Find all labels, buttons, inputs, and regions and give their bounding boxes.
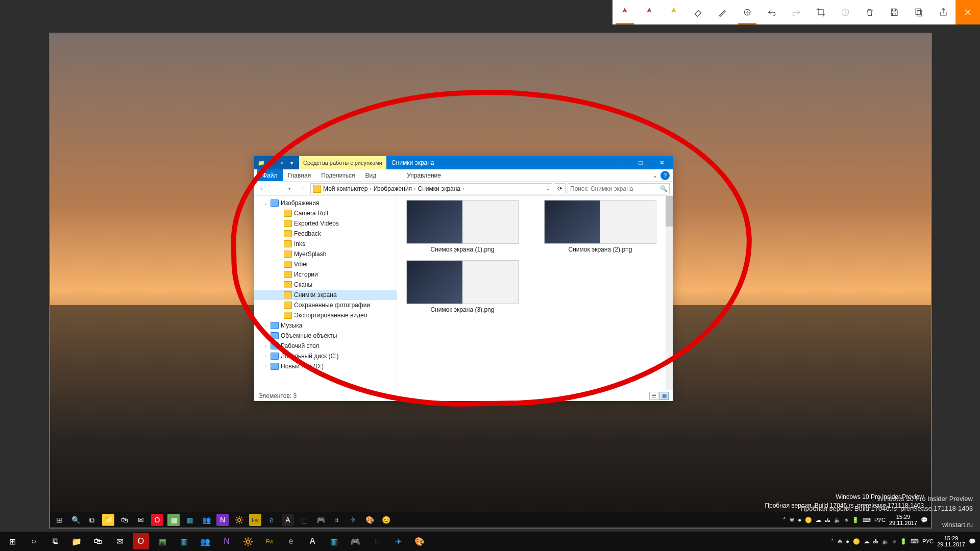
ribbon-expand-icon[interactable]: ⌄ bbox=[652, 172, 657, 179]
tree-item[interactable]: Camera Roll bbox=[254, 208, 397, 218]
tray-icon[interactable]: ⎆ bbox=[893, 538, 896, 544]
network-icon[interactable]: 🖧 bbox=[873, 538, 878, 544]
battery-icon[interactable]: 🔋 bbox=[852, 517, 859, 523]
delete-icon[interactable] bbox=[857, 0, 882, 24]
taskview-icon[interactable]: ⧉ bbox=[47, 533, 63, 549]
app-icon[interactable]: A bbox=[304, 533, 321, 549]
telegram-icon[interactable]: ✈ bbox=[347, 514, 359, 526]
inner-taskbar[interactable]: ⊞ 🔍 ⧉ 📁 🛍 ✉ O ▦ ▥ 👥 N 🔆 Fw e A ▥ 🎮 ⌗ ✈ 🎨… bbox=[50, 512, 931, 528]
crop-icon[interactable] bbox=[808, 0, 833, 24]
undo-icon[interactable] bbox=[760, 0, 784, 24]
quick-access-toolbar[interactable]: 📁 ▫ ▫ ▾ bbox=[254, 156, 299, 169]
app-icon[interactable]: ▥ bbox=[326, 533, 342, 549]
tree-item[interactable]: Сохраненные фотографии bbox=[254, 300, 397, 310]
qat-icon[interactable]: ▫ bbox=[267, 159, 276, 167]
network-icon[interactable]: 🖧 bbox=[825, 517, 830, 523]
app-icon[interactable]: ▥ bbox=[176, 533, 192, 549]
navigation-tree[interactable]: ⌄Изображения Camera RollExported VideosF… bbox=[254, 196, 397, 390]
tree-item[interactable]: Viber bbox=[254, 259, 397, 269]
tab-manage[interactable]: Управление bbox=[402, 169, 446, 181]
mail-icon[interactable]: ✉ bbox=[135, 514, 147, 526]
tree-item[interactable]: Inks bbox=[254, 239, 397, 249]
taskview-icon[interactable]: ⧉ bbox=[86, 514, 98, 526]
search-icon[interactable]: 🔍 bbox=[660, 185, 667, 192]
slack-icon[interactable]: ⌗ bbox=[331, 514, 343, 526]
file-list[interactable]: Снимок экрана (1).pngСнимок экрана (2).p… bbox=[397, 196, 673, 390]
address-dropdown-icon[interactable]: ⌄ bbox=[546, 186, 550, 191]
tray-icon[interactable]: ● bbox=[798, 517, 801, 523]
outer-taskbar[interactable]: ⊞ ○ ⧉ 📁 🛍 ✉ O ▦ ▥ 👥 N 🔆 Fw e A ▥ 🎮 ⌗ ✈ 🎨… bbox=[0, 532, 980, 551]
eraser-icon[interactable] bbox=[686, 0, 710, 24]
tree-item[interactable]: Снимки экрана bbox=[254, 290, 397, 300]
pen-icon[interactable] bbox=[710, 0, 735, 24]
clock[interactable]: 15:2929.11.2017 bbox=[889, 514, 917, 526]
tray-chevron-icon[interactable]: ˄ bbox=[831, 538, 834, 545]
scrollbar-thumb[interactable] bbox=[666, 196, 673, 227]
onedrive-icon[interactable]: ☁ bbox=[816, 517, 821, 523]
share-icon[interactable] bbox=[931, 0, 955, 24]
onenote-icon[interactable]: N bbox=[216, 514, 229, 526]
copy-icon[interactable] bbox=[906, 0, 931, 24]
maximize-button[interactable]: □ bbox=[630, 156, 651, 169]
keyboard-icon[interactable]: ⌨ bbox=[911, 538, 919, 545]
tree-item[interactable]: Сканы bbox=[254, 280, 397, 290]
tray-icon[interactable]: ❋ bbox=[790, 517, 794, 523]
minimize-button[interactable]: — bbox=[608, 156, 630, 169]
file-thumbnail[interactable]: Снимок экрана (2).png bbox=[539, 200, 662, 253]
tree-item[interactable]: Истории bbox=[254, 269, 397, 280]
tree-item[interactable]: Экспортированные видео bbox=[254, 310, 397, 320]
telegram-icon[interactable]: ✈ bbox=[390, 533, 406, 549]
tray-chevron-icon[interactable]: ˄ bbox=[783, 517, 786, 523]
tray-icon[interactable]: ⎆ bbox=[845, 517, 848, 523]
app-icon[interactable]: 🎨 bbox=[363, 514, 376, 526]
slack-icon[interactable]: ⌗ bbox=[369, 533, 385, 549]
people-icon[interactable]: 👥 bbox=[197, 533, 213, 549]
save-icon[interactable] bbox=[882, 0, 906, 24]
qat-dropdown-icon[interactable]: ▾ bbox=[288, 159, 296, 167]
search-input[interactable] bbox=[570, 185, 660, 192]
battery-icon[interactable]: 🔋 bbox=[900, 538, 907, 545]
volume-icon[interactable]: 🔈 bbox=[882, 538, 889, 545]
search-icon[interactable]: ○ bbox=[26, 533, 42, 549]
system-tray[interactable]: ˄ ❋ ● 🟡 ☁ 🖧 🔈 ⎆ 🔋 ⌨ РУС 15:2929.11.2017 … bbox=[783, 514, 928, 526]
tree-item[interactable]: Exported Videos bbox=[254, 218, 397, 229]
tree-item[interactable]: ›Локальный диск (C:) bbox=[254, 351, 397, 361]
breadcrumb-seg[interactable]: Снимки экрана bbox=[418, 185, 464, 192]
app-icon[interactable]: ▥ bbox=[298, 514, 310, 526]
onenote-icon[interactable]: N bbox=[218, 533, 235, 549]
address-bar[interactable]: Мой компьютер Изображения Снимки экрана … bbox=[310, 183, 552, 194]
tray-icon[interactable]: 🟡 bbox=[805, 517, 812, 523]
tree-item[interactable]: ›Рабочий стол bbox=[254, 341, 397, 351]
tree-item[interactable]: Feedback bbox=[254, 229, 397, 239]
outer-system-tray[interactable]: ˄ ❋ ● 🟡 ☁ 🖧 🔈 ⎆ 🔋 ⌨ РУС 15:2929.11.2017 … bbox=[831, 535, 976, 547]
explorer-titlebar[interactable]: 📁 ▫ ▫ ▾ Средства работы с рисунками Сним… bbox=[254, 156, 673, 169]
contextual-tab[interactable]: Средства работы с рисунками bbox=[299, 156, 386, 169]
app-icon[interactable]: 🎮 bbox=[314, 514, 327, 526]
app-icon[interactable]: 🎮 bbox=[347, 533, 363, 549]
explorer-taskbar-icon[interactable]: 📁 bbox=[102, 514, 114, 526]
keyboard-icon[interactable]: ⌨ bbox=[863, 517, 871, 523]
close-button[interactable] bbox=[955, 0, 980, 24]
breadcrumb-seg[interactable]: Изображения bbox=[374, 185, 416, 192]
tree-item[interactable]: ›Новый том (D:) bbox=[254, 361, 397, 371]
forward-button[interactable]: → bbox=[271, 183, 282, 194]
fireworks-icon[interactable]: Fw bbox=[261, 533, 278, 549]
edge-icon[interactable]: e bbox=[265, 514, 278, 526]
volume-icon[interactable]: 🔈 bbox=[834, 517, 841, 523]
back-button[interactable]: ← bbox=[257, 183, 268, 194]
store-icon[interactable]: 🛍 bbox=[118, 514, 131, 526]
tree-item[interactable]: ›Музыка bbox=[254, 320, 397, 331]
start-button[interactable]: ⊞ bbox=[53, 514, 65, 526]
tab-home[interactable]: Главная bbox=[283, 169, 316, 181]
tree-root[interactable]: ⌄Изображения bbox=[254, 198, 397, 208]
help-icon[interactable]: ? bbox=[660, 171, 670, 180]
close-window-button[interactable]: ✕ bbox=[651, 156, 673, 169]
app-icon[interactable]: 🎨 bbox=[411, 533, 428, 549]
up-button[interactable]: ↑ bbox=[297, 183, 308, 194]
emoji-icon[interactable]: 😊 bbox=[380, 514, 392, 526]
clock[interactable]: 15:2929.11.2017 bbox=[937, 535, 965, 547]
people-icon[interactable]: 👥 bbox=[200, 514, 212, 526]
action-center-icon[interactable]: 💬 bbox=[969, 538, 976, 545]
marker-yellow-icon[interactable] bbox=[662, 0, 686, 24]
tab-file[interactable]: Файл bbox=[257, 169, 283, 181]
